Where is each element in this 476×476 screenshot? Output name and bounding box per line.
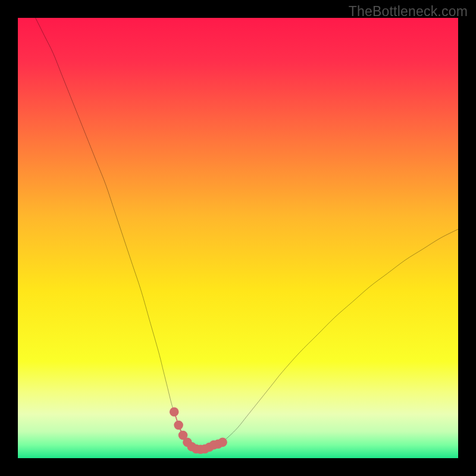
svg-point-2 — [174, 421, 183, 430]
chart-frame: TheBottleneck.com — [0, 0, 476, 476]
highlight-segment — [170, 408, 227, 454]
bottleneck-curve — [36, 18, 458, 449]
svg-point-12 — [218, 438, 227, 447]
watermark-text: TheBottleneck.com — [349, 4, 468, 20]
plot-area — [18, 18, 458, 458]
chart-svg — [18, 18, 458, 458]
svg-point-1 — [170, 408, 179, 417]
